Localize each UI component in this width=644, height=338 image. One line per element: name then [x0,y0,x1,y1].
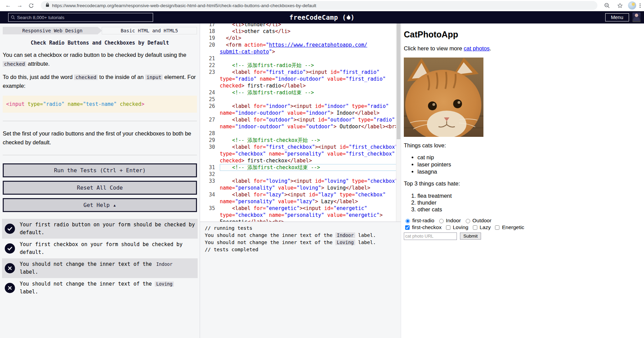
preview-radio-outdoor[interactable] [466,219,470,223]
run-tests-button[interactable]: Run the Tests (Ctrl + Enter) [3,163,197,177]
code-segment: "first_checkbox" [349,144,398,150]
code-segment: "indoor-outdoor" [235,124,284,130]
editor-scrollbar[interactable] [396,23,401,222]
code-editor[interactable]: 17 <li>thunder</li>18 <li>other cats</li… [200,23,401,222]
x-circle-icon [5,283,15,293]
editor-line[interactable]: 19 </ol> [200,35,401,42]
editor-line[interactable]: name="personality" value="loving"> Lovin… [200,184,401,191]
cat-photo-url-input[interactable] [404,232,457,240]
cat-form: first-radioIndoorOutdoor first-checkoxLo… [404,218,644,240]
code-segment: "personality" [284,151,324,157]
editor-line[interactable]: 29 <!-- 添加first-checkox开始 --> [200,137,401,144]
code-segment: label. [355,232,376,238]
code-segment: label. [355,240,376,245]
code-segment [336,192,340,198]
editor-line[interactable]: type="checkbox" name="personality" value… [200,150,401,157]
code-segment [324,151,327,157]
editor-line[interactable]: 35 <label for="energetic"><input id="ene… [200,205,401,212]
preview-checkbox-first-checkox[interactable] [405,225,410,230]
editor-line[interactable]: name="indoor-outdoor" value="indoor"> In… [200,110,401,116]
preview-radio-label: first-radio [404,218,434,224]
editor-line[interactable]: 33 <label for="loving"><input id="loving… [200,178,401,184]
breadcrumb-superblock[interactable]: Responsive Web Design [3,27,102,34]
line-number: 24 [200,89,220,96]
editor-line[interactable]: checked> first-checkox</label> [200,157,401,164]
editor-line[interactable]: submit-cat-photo"> [200,48,401,55]
get-help-button[interactable]: Get Help ▴ [3,198,197,212]
breadcrumb-block[interactable]: Basic HTML and HTML5 [102,27,197,34]
code-segment [266,212,269,218]
cat-photos-link[interactable]: cat photos [464,45,490,51]
code-segment: "first_radio" [266,69,306,75]
browser-profile-avatar[interactable] [628,1,636,10]
code-segment: id= [330,69,340,75]
editor-line[interactable]: 23 <label for="first_radio"><input id="f… [200,69,401,76]
editor-line[interactable]: 18 <li>other cats</li> [200,28,401,35]
editor-scrollbar-thumb[interactable] [397,23,400,139]
back-button[interactable]: ← [3,1,13,10]
menu-button[interactable]: Menu [605,13,629,21]
preview-intro: Click here to view more cat photos. [404,45,644,52]
editor-line[interactable]: checked> first-radio</label> [200,82,401,89]
line-code: checked> first-checkox</label> [220,157,401,164]
line-number [200,110,220,116]
editor-line[interactable]: 26 <label for="indoor"><input id="indoor… [200,103,401,110]
code-segment: <label [232,178,250,184]
submit-button[interactable]: Submit [460,232,481,240]
editor-line[interactable]: 17 <li>thunder</li> [200,23,401,28]
line-code: Energetic</label><br> [220,219,401,222]
zoom-out-page-icon[interactable] [602,1,612,10]
code-segment: > [330,110,333,116]
editor-line[interactable]: 31 <!-- 添加first-checkox结束 --> [200,164,401,171]
cat-photo-image [404,58,483,137]
code-segment: </ol> [226,35,241,41]
editor-line[interactable]: 25 [200,96,401,103]
editor-line[interactable]: 22 <!-- 添加first-radio开始 --> [200,62,401,69]
editor-line[interactable]: name="personality" value="lazy"> Lazy</l… [200,198,401,205]
bookmark-star-icon[interactable] [615,1,625,10]
preview-checkbox-text: Loving [453,224,468,230]
love-list-item: cat nip [417,154,644,161]
editor-line[interactable]: name="indoor-outdoor" value="outdoor"> O… [200,123,401,130]
test-result-text: You should not change the inner text of … [20,280,195,296]
code-segment: for= [253,192,266,198]
console-line: You should not change the inner text of … [205,232,401,239]
love-heading: Things cats love: [404,142,644,149]
search-input[interactable]: Search 8,000+ tutorials [8,13,153,22]
reset-code-button[interactable]: Reset All Code [3,181,197,195]
editor-line[interactable]: type="radio" name="indoor-outdoor" value… [200,76,401,82]
code-segment: type= [352,178,367,184]
forward-button[interactable]: → [15,1,24,10]
reload-icon [29,3,34,8]
editor-line[interactable]: 20 <form action="https://www.freecatphot… [200,42,401,48]
preview-radio-indoor[interactable] [439,219,444,223]
user-avatar[interactable] [632,13,641,22]
code-segment [220,23,232,28]
code-segment [220,42,226,48]
editor-line[interactable]: Energetic</label><br> [200,219,401,222]
code-segment: "outdoor" [266,117,293,123]
editor-line[interactable]: 32 [200,171,401,178]
code-segment: "checkbox" [355,192,385,198]
preview-checkbox-energetic[interactable] [495,225,499,230]
editor-line[interactable]: 34 <label for="lazy"><input id="lazy" ty… [200,191,401,198]
line-number: 30 [200,144,220,150]
editor-line[interactable]: 30 <label for="first_checkbox"><input id… [200,144,401,150]
editor-line[interactable]: type="checkbox" name="personality" value… [200,212,401,219]
editor-line[interactable]: 24 <!-- 添加first-radio结束 --> [200,89,401,96]
reload-button[interactable] [27,1,36,10]
code-segment: type= [220,212,235,218]
browser-menu-icon[interactable] [640,3,641,8]
preview-checkbox-lazy[interactable] [473,225,477,230]
fcc-logo[interactable]: freeCodeCamp ( ) [289,14,354,21]
code-segment: "outdoor" [327,117,355,123]
address-bar[interactable]: https://www.freecodecamp.org/learn/respo… [41,1,597,10]
code-segment [275,185,278,191]
editor-line[interactable]: 27 <label for="outdoor"><input id="outdo… [200,116,401,123]
code-segment [117,101,120,107]
preview-radio-first-radio[interactable] [406,219,410,223]
editor-line[interactable]: 28 [200,130,401,137]
preview-checkbox-loving[interactable] [446,225,450,230]
editor-line[interactable]: 21 [200,55,401,62]
preview-checkbox-label: Loving [445,224,468,231]
